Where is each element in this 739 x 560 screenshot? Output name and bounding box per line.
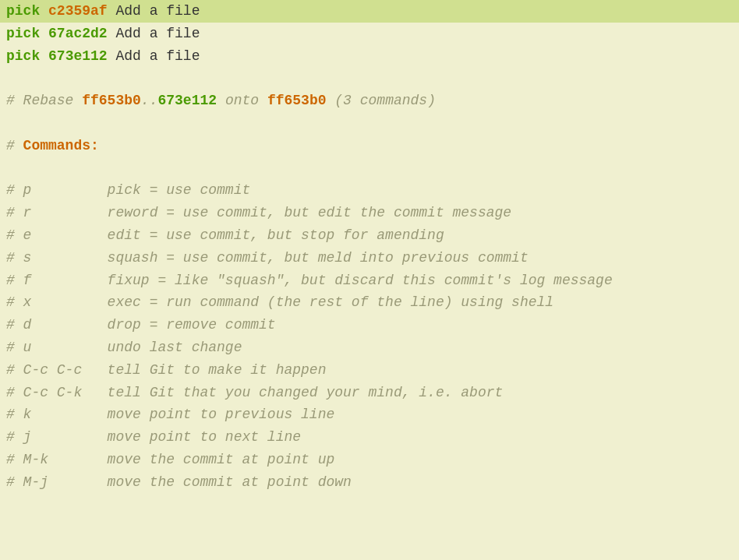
space-2 [40,23,48,45]
cmd-s-line: # s squash = use commit, but meld into p… [0,247,739,269]
space-3 [40,45,48,68]
cmd-k-text: # k move point to previous line [6,403,334,426]
rebase-prefix: # Rebase [6,90,82,112]
cmd-x-line: # x exec = run command (the rest of the … [0,291,739,314]
commands-keyword: Commands: [23,135,99,157]
cmd-u-text: # u undo last change [6,336,242,359]
cmd-e-line: # e edit = use commit, but stop for amen… [0,224,739,247]
cmd-u-line: # u undo last change [0,336,739,359]
pick-keyword-2: pick [6,23,40,45]
blank-line-3 [0,157,739,180]
cmd-p-line: # p pick = use commit [0,179,739,202]
hash-2: 67ac2d2 [48,23,108,45]
cmd-ck-line: # C-c C-k tell Git that you changed your… [0,382,739,404]
message-2: Add a file [108,23,200,45]
blank-line-2 [0,112,739,135]
rebase-suffix: (3 commands) [327,90,436,112]
cmd-e-text: # e edit = use commit, but stop for amen… [6,224,444,247]
message-3: Add a file [108,45,200,68]
rebase-line: # Rebase ff653b0..673e112 onto ff653b0 (… [0,90,739,112]
cmd-cc-text: # C-c C-c tell Git to make it happen [6,359,326,382]
cmd-mj-text: # M-j move the commit at point down [6,471,352,494]
cmd-f-line: # f fixup = like "squash", but discard t… [0,269,739,292]
cmd-s-text: # s squash = use commit, but meld into p… [6,247,529,269]
cmd-mk-line: # M-k move the commit at point up [0,449,739,471]
cmd-p-text: # p pick = use commit [6,179,250,202]
cmd-r-text: # r reword = use commit, but edit the co… [6,202,511,224]
rebase-hash1: ff653b0 [82,90,141,112]
cmd-mj-line: # M-j move the commit at point down [0,471,739,494]
cmd-j-text: # j move point to next line [6,426,301,449]
cmd-d-line: # d drop = remove commit [0,314,739,336]
comment-hash-commands: # [6,135,23,157]
cmd-r-line: # r reword = use commit, but edit the co… [0,202,739,224]
cmd-k-line: # k move point to previous line [0,403,739,426]
pick-keyword-1: pick [6,0,40,23]
rebase-hash3: ff653b0 [267,90,327,112]
cmd-x-text: # x exec = run command (the rest of the … [6,291,553,314]
pick-keyword-3: pick [6,45,40,68]
rebase-hash2: 673e112 [157,90,217,112]
message-1: Add a file [108,0,200,23]
commands-header-line: # Commands: [0,135,739,157]
editor: pick c2359af Add a file pick 67ac2d2 Add… [0,0,739,560]
cmd-cc-line: # C-c C-c tell Git to make it happen [0,359,739,382]
rebase-sep: .. [141,90,158,112]
cmd-mk-text: # M-k move the commit at point up [6,449,334,471]
space-1 [40,0,48,23]
cmd-f-text: # f fixup = like "squash", but discard t… [6,269,613,292]
line-3: pick 673e112 Add a file [0,45,739,68]
line-1: pick c2359af Add a file [0,0,739,23]
blank-line-1 [0,67,739,90]
cmd-j-line: # j move point to next line [0,426,739,449]
line-2: pick 67ac2d2 Add a file [0,23,739,45]
cmd-ck-text: # C-c C-k tell Git that you changed your… [6,382,503,404]
rebase-onto: onto [217,90,267,112]
hash-1: c2359af [48,0,108,23]
hash-3: 673e112 [48,45,108,68]
cmd-d-text: # d drop = remove commit [6,314,276,336]
